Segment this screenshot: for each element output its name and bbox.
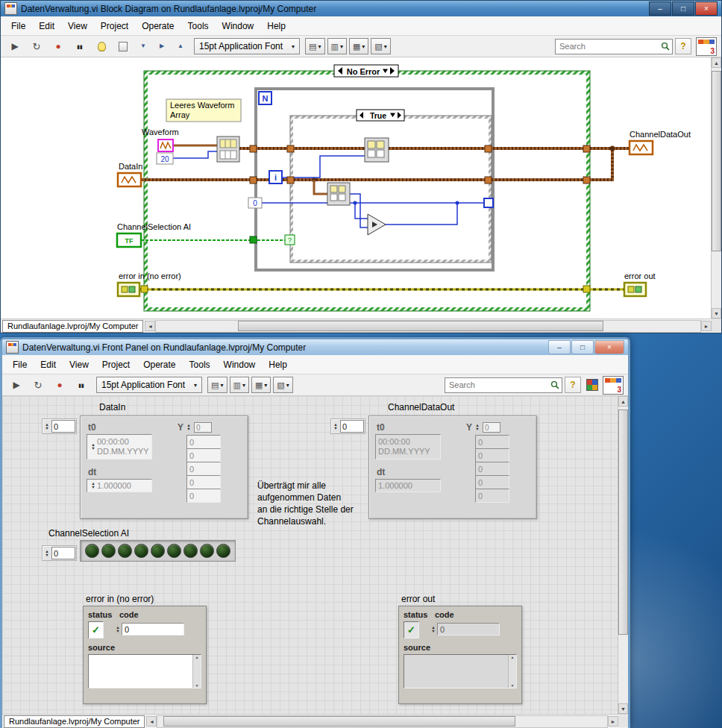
highlight-execution-button[interactable] [92,37,111,55]
scrollbar-thumb[interactable] [712,71,721,251]
channeldataout-index-control[interactable]: ▲▼ 0 [330,418,365,434]
menu-operate[interactable]: Operate [136,357,182,372]
font-selector[interactable]: 15pt Application Font ▾ [194,38,300,54]
dt-spinner[interactable]: ▲▼ [90,482,97,489]
error-in-cluster[interactable]: status code ✓ ▲▼ 0 source ▲▼ [83,606,207,704]
t0-field[interactable]: ▲▼ 00:00:00DD.MM.YYYY [87,434,152,459]
y-index-spinner[interactable]: ▲▼ [474,424,481,431]
index-spinner[interactable]: ▲▼ [332,423,339,430]
outer-case-selector[interactable]: No Error [334,65,398,77]
index-array-node[interactable] [327,183,350,205]
led-indicator[interactable] [200,544,214,558]
scrollbar-thumb[interactable] [238,321,603,331]
retain-wire-values-button[interactable] [113,37,133,55]
scrollbar-thumb[interactable] [618,410,628,635]
scroll-left-button[interactable]: ◄ [145,321,155,331]
y-cell[interactable]: 0 [186,489,221,503]
menu-project[interactable]: Project [95,357,136,372]
error-code-control[interactable]: ▲▼ 0 [114,623,184,636]
run-button[interactable]: ▶ [7,376,26,394]
led-indicator[interactable] [216,544,230,558]
menu-window[interactable]: Window [217,357,263,372]
scroll-right-button[interactable]: ► [701,321,712,331]
close-button[interactable]: × [594,340,624,354]
step-into-button[interactable]: ▼ [135,37,151,55]
t0-spinner[interactable]: ▲▼ [90,443,97,451]
reorder-objects-dropdown[interactable]: ▧▾ [371,38,390,54]
channel-data-out-terminal[interactable] [630,141,653,154]
search-box[interactable] [445,377,562,393]
y-cell[interactable]: 0 [186,435,221,449]
step-over-button[interactable]: ▶ [154,37,170,55]
zero-constant[interactable]: 0 [248,198,262,208]
search-box[interactable] [555,39,673,54]
menu-file[interactable]: File [4,19,32,34]
menu-view[interactable]: View [61,19,94,34]
y-index-value[interactable]: 0 [194,422,212,433]
datain-index-control[interactable]: ▲▼ 0 [42,418,77,434]
resize-objects-dropdown[interactable]: ▦▾ [349,38,368,54]
menu-operate[interactable]: Operate [135,19,180,34]
distribute-objects-dropdown[interactable]: ▥▾ [230,377,249,393]
fp-titlebar[interactable]: DatenVerwaltung.vi Front Panel on Rundla… [2,339,628,355]
y-index-value[interactable]: 0 [483,422,500,433]
menu-project[interactable]: Project [94,19,135,34]
scroll-left-button[interactable]: ◄ [146,716,157,727]
fp-vertical-scrollbar[interactable]: ▲ ▼ [618,396,628,714]
index-spinner[interactable]: ▲▼ [43,423,51,430]
fp-status-project[interactable]: Rundlaufanlage.lvproj/My Computer [4,715,145,728]
menu-help[interactable]: Help [262,357,294,372]
bd-titlebar[interactable]: DatenVerwaltung.vi Block Diagram on Rund… [1,1,721,16]
datain-terminal[interactable] [118,173,141,186]
menu-edit[interactable]: Edit [34,357,63,372]
error-source-field[interactable]: ▲▼ [88,654,201,688]
front-panel-surface[interactable]: DataIn ▲▼ 0 t0 ▲▼ 00:00:00DD.MM.YYYY dt … [2,396,618,714]
menu-tools[interactable]: Tools [181,19,216,34]
y-index-spinner[interactable]: ▲▼ [185,424,192,431]
bd-horizontal-scrollbar[interactable] [155,320,701,333]
menu-file[interactable]: File [6,357,34,372]
pause-button[interactable]: ▮▮ [70,37,90,55]
distribute-objects-dropdown[interactable]: ▥▾ [327,38,347,54]
bd-vertical-scrollbar[interactable]: ▲ ▼ [711,57,721,318]
count-constant[interactable]: 20 [157,153,173,164]
fp-horizontal-scrollbar[interactable] [157,715,608,728]
menu-view[interactable]: View [63,357,95,372]
index-value[interactable]: 0 [340,420,364,433]
align-objects-dropdown[interactable]: ▤▾ [207,377,227,393]
iteration-terminal[interactable]: i [269,171,282,183]
replace-array-subset-node[interactable] [365,138,389,162]
index-value[interactable]: 0 [51,547,75,559]
scroll-down-button[interactable]: ▼ [618,703,628,714]
menu-edit[interactable]: Edit [32,19,61,34]
scroll-right-button[interactable]: ► [608,716,618,727]
scroll-up-button[interactable]: ▲ [618,396,628,407]
led-indicator[interactable] [118,544,132,558]
minimize-button[interactable]: – [548,340,571,354]
datain-cluster[interactable]: t0 ▲▼ 00:00:00DD.MM.YYYY dt ▲▼ 1.000000 … [80,415,248,519]
bd-status-project[interactable]: Rundlaufanlage.lvproj/My Computer [2,320,143,333]
channelselection-index-control[interactable]: ▲▼ 0 [42,545,77,561]
dt-field[interactable]: ▲▼ 1.000000 [87,479,152,492]
error-in-terminal[interactable] [118,283,139,296]
code-spinner[interactable]: ▲▼ [114,626,122,633]
menu-help[interactable]: Help [260,19,292,34]
build-array-node[interactable] [217,136,239,162]
close-button[interactable]: × [695,1,718,16]
channelselection-led-array[interactable] [80,540,236,562]
run-continuous-button[interactable]: ↻ [27,37,46,55]
led-indicator[interactable] [85,544,99,558]
search-input[interactable] [448,380,548,390]
maximize-button[interactable]: □ [672,1,694,16]
y-cell[interactable]: 0 [186,475,221,489]
block-diagram-surface[interactable]: ? [1,57,711,318]
error-out-terminal[interactable] [624,283,646,296]
maximize-button[interactable]: □ [571,340,594,354]
channel-selection-terminal[interactable]: TF [117,233,141,247]
index-value[interactable]: 0 [51,420,75,433]
led-indicator[interactable] [101,544,116,558]
error-code-value[interactable]: 0 [122,623,184,636]
context-help-button[interactable]: ? [565,377,581,393]
minimize-button[interactable]: – [649,1,671,16]
error-source-value[interactable] [89,655,192,688]
